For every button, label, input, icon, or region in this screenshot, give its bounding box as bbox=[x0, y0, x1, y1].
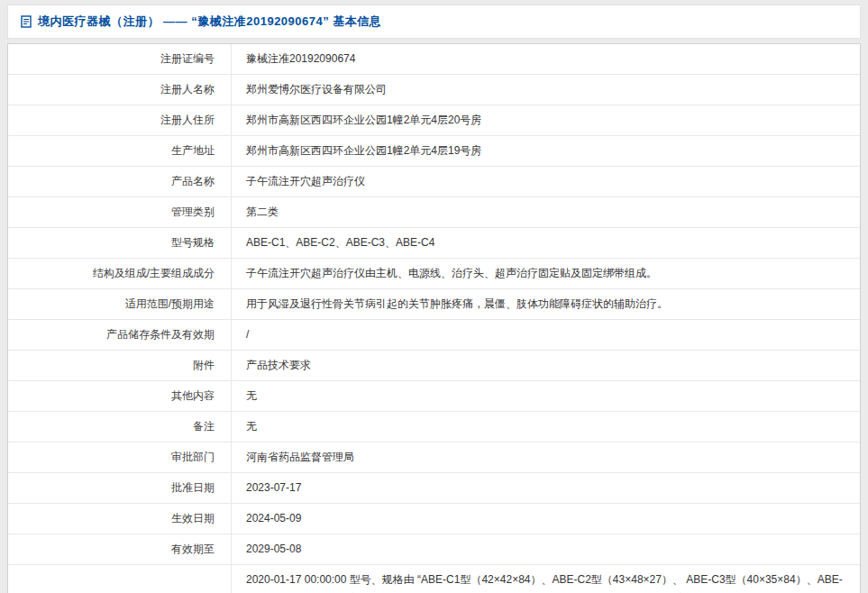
row-label: 有效期至 bbox=[8, 534, 232, 564]
row-value: 河南省药品监督管理局 bbox=[232, 442, 860, 472]
row-label: 变更情况 bbox=[8, 565, 232, 593]
row-value: 2029-05-08 bbox=[232, 534, 860, 564]
row-label: 注册人住所 bbox=[8, 105, 232, 135]
row-label: 批准日期 bbox=[8, 473, 232, 503]
row-label: 附件 bbox=[8, 351, 232, 380]
row-label: 注册人名称 bbox=[8, 75, 232, 105]
table-row: 结构及组成/主要组成成分 子午流注开穴超声治疗仪由主机、电源线、治疗头、超声治疗… bbox=[8, 259, 860, 289]
row-value: 产品技术要求 bbox=[232, 351, 860, 380]
table-row: 其他内容 无 bbox=[8, 381, 860, 412]
row-value: 豫械注准20192090674 bbox=[232, 44, 860, 74]
table-row: 生产地址 郑州市高新区西四环企业公园1幢2单元4层19号房 bbox=[8, 136, 860, 167]
row-value: 用于风湿及退行性骨关节病引起的关节肿胀疼痛，晨僵、肢体功能障碍症状的辅助治疗。 bbox=[232, 289, 860, 319]
row-value: ABE-C1、ABE-C2、ABE-C3、ABE-C4 bbox=[232, 228, 860, 258]
table-row: 管理类别 第二类 bbox=[8, 197, 860, 228]
row-value: 无 bbox=[232, 412, 860, 442]
row-value: / bbox=[232, 320, 860, 350]
row-value: 2020-01-17 00:00:00 型号、规格由 “ABE-C1型（42×4… bbox=[232, 565, 860, 593]
row-label: 审批部门 bbox=[8, 442, 232, 472]
page: 境内医疗器械（注册） —— “豫械注准20192090674” 基本信息 注册证… bbox=[0, 0, 868, 593]
table-row-change-history: 变更情况 2020-01-17 00:00:00 型号、规格由 “ABE-C1型… bbox=[8, 565, 860, 593]
table-row: 产品名称 子午流注开穴超声治疗仪 bbox=[8, 167, 860, 197]
row-label: 适用范围/预期用途 bbox=[8, 289, 232, 319]
table-row: 备注 无 bbox=[8, 412, 860, 442]
row-value: 2024-05-09 bbox=[232, 504, 860, 534]
row-label: 注册证编号 bbox=[8, 44, 232, 74]
table-row: 型号规格 ABE-C1、ABE-C2、ABE-C3、ABE-C4 bbox=[8, 228, 860, 259]
row-value: 郑州市高新区西四环企业公园1幢2单元4层20号房 bbox=[232, 105, 860, 135]
table-row: 审批部门 河南省药品监督管理局 bbox=[8, 442, 860, 473]
table-row: 产品储存条件及有效期 / bbox=[8, 320, 860, 351]
table-row: 有效期至 2029-05-08 bbox=[8, 534, 860, 565]
table-row: 附件 产品技术要求 bbox=[8, 351, 860, 381]
registration-info-table: 注册证编号 豫械注准20192090674 注册人名称 郑州爱博尔医疗设备有限公… bbox=[7, 43, 861, 593]
row-label: 备注 bbox=[8, 412, 232, 442]
table-row: 批准日期 2023-07-17 bbox=[8, 473, 860, 504]
row-value: 郑州爱博尔医疗设备有限公司 bbox=[232, 75, 860, 105]
row-value: 2023-07-17 bbox=[232, 473, 860, 503]
row-value: 郑州市高新区西四环企业公园1幢2单元4层19号房 bbox=[232, 136, 860, 166]
row-value: 第二类 bbox=[232, 197, 860, 227]
page-header: 境内医疗器械（注册） —— “豫械注准20192090674” 基本信息 bbox=[7, 5, 861, 39]
row-label: 其他内容 bbox=[8, 381, 232, 411]
page-title: 境内医疗器械（注册） —— “豫械注准20192090674” 基本信息 bbox=[38, 14, 381, 30]
table-row: 生效日期 2024-05-09 bbox=[8, 504, 860, 534]
row-value: 子午流注开穴超声治疗仪 bbox=[232, 167, 860, 196]
row-label: 生效日期 bbox=[8, 504, 232, 534]
table-row: 注册人名称 郑州爱博尔医疗设备有限公司 bbox=[8, 75, 860, 105]
row-value: 子午流注开穴超声治疗仪由主机、电源线、治疗头、超声治疗固定贴及固定绑带组成。 bbox=[232, 259, 860, 288]
table-row: 注册人住所 郑州市高新区西四环企业公园1幢2单元4层20号房 bbox=[8, 105, 860, 136]
row-label: 型号规格 bbox=[8, 228, 232, 258]
row-label: 生产地址 bbox=[8, 136, 232, 166]
table-row: 适用范围/预期用途 用于风湿及退行性骨关节病引起的关节肿胀疼痛，晨僵、肢体功能障… bbox=[8, 289, 860, 320]
row-label: 产品储存条件及有效期 bbox=[8, 320, 232, 350]
row-label: 产品名称 bbox=[8, 167, 232, 196]
document-icon bbox=[21, 15, 32, 28]
row-label: 管理类别 bbox=[8, 197, 232, 227]
row-value: 无 bbox=[232, 381, 860, 411]
row-label: 结构及组成/主要组成成分 bbox=[8, 259, 232, 288]
table-row: 注册证编号 豫械注准20192090674 bbox=[8, 44, 860, 75]
